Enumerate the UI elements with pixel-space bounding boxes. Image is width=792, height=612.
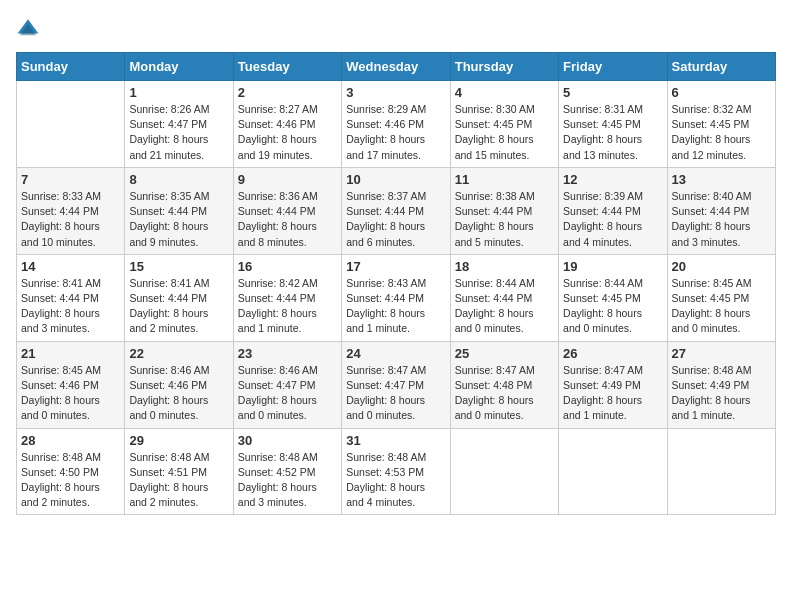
day-info: Sunrise: 8:48 AMSunset: 4:51 PMDaylight:…	[129, 450, 228, 511]
day-number: 20	[672, 259, 771, 274]
calendar-week-5: 28Sunrise: 8:48 AMSunset: 4:50 PMDayligh…	[17, 428, 776, 515]
page-header	[16, 16, 776, 40]
day-number: 13	[672, 172, 771, 187]
day-info: Sunrise: 8:48 AMSunset: 4:52 PMDaylight:…	[238, 450, 337, 511]
calendar-cell: 31Sunrise: 8:48 AMSunset: 4:53 PMDayligh…	[342, 428, 450, 515]
day-info: Sunrise: 8:30 AMSunset: 4:45 PMDaylight:…	[455, 102, 554, 163]
day-info: Sunrise: 8:38 AMSunset: 4:44 PMDaylight:…	[455, 189, 554, 250]
calendar-table: SundayMondayTuesdayWednesdayThursdayFrid…	[16, 52, 776, 515]
calendar-cell: 9Sunrise: 8:36 AMSunset: 4:44 PMDaylight…	[233, 167, 341, 254]
day-info: Sunrise: 8:32 AMSunset: 4:45 PMDaylight:…	[672, 102, 771, 163]
calendar-cell: 19Sunrise: 8:44 AMSunset: 4:45 PMDayligh…	[559, 254, 667, 341]
day-number: 10	[346, 172, 445, 187]
day-number: 6	[672, 85, 771, 100]
calendar-cell: 21Sunrise: 8:45 AMSunset: 4:46 PMDayligh…	[17, 341, 125, 428]
day-number: 28	[21, 433, 120, 448]
day-header-thursday: Thursday	[450, 53, 558, 81]
day-number: 1	[129, 85, 228, 100]
calendar-cell: 14Sunrise: 8:41 AMSunset: 4:44 PMDayligh…	[17, 254, 125, 341]
calendar-cell: 13Sunrise: 8:40 AMSunset: 4:44 PMDayligh…	[667, 167, 775, 254]
day-info: Sunrise: 8:46 AMSunset: 4:47 PMDaylight:…	[238, 363, 337, 424]
day-info: Sunrise: 8:27 AMSunset: 4:46 PMDaylight:…	[238, 102, 337, 163]
calendar-cell: 8Sunrise: 8:35 AMSunset: 4:44 PMDaylight…	[125, 167, 233, 254]
calendar-cell: 20Sunrise: 8:45 AMSunset: 4:45 PMDayligh…	[667, 254, 775, 341]
calendar-cell: 5Sunrise: 8:31 AMSunset: 4:45 PMDaylight…	[559, 81, 667, 168]
day-number: 2	[238, 85, 337, 100]
calendar-cell	[559, 428, 667, 515]
day-number: 17	[346, 259, 445, 274]
calendar-cell	[667, 428, 775, 515]
day-header-tuesday: Tuesday	[233, 53, 341, 81]
calendar-cell: 18Sunrise: 8:44 AMSunset: 4:44 PMDayligh…	[450, 254, 558, 341]
day-number: 14	[21, 259, 120, 274]
day-info: Sunrise: 8:36 AMSunset: 4:44 PMDaylight:…	[238, 189, 337, 250]
calendar-week-3: 14Sunrise: 8:41 AMSunset: 4:44 PMDayligh…	[17, 254, 776, 341]
calendar-cell: 15Sunrise: 8:41 AMSunset: 4:44 PMDayligh…	[125, 254, 233, 341]
day-info: Sunrise: 8:45 AMSunset: 4:45 PMDaylight:…	[672, 276, 771, 337]
calendar-week-1: 1Sunrise: 8:26 AMSunset: 4:47 PMDaylight…	[17, 81, 776, 168]
day-info: Sunrise: 8:37 AMSunset: 4:44 PMDaylight:…	[346, 189, 445, 250]
calendar-cell: 30Sunrise: 8:48 AMSunset: 4:52 PMDayligh…	[233, 428, 341, 515]
day-number: 26	[563, 346, 662, 361]
day-info: Sunrise: 8:47 AMSunset: 4:47 PMDaylight:…	[346, 363, 445, 424]
day-number: 16	[238, 259, 337, 274]
day-info: Sunrise: 8:26 AMSunset: 4:47 PMDaylight:…	[129, 102, 228, 163]
day-info: Sunrise: 8:42 AMSunset: 4:44 PMDaylight:…	[238, 276, 337, 337]
day-number: 15	[129, 259, 228, 274]
calendar-cell: 29Sunrise: 8:48 AMSunset: 4:51 PMDayligh…	[125, 428, 233, 515]
day-info: Sunrise: 8:48 AMSunset: 4:53 PMDaylight:…	[346, 450, 445, 511]
day-header-wednesday: Wednesday	[342, 53, 450, 81]
day-info: Sunrise: 8:46 AMSunset: 4:46 PMDaylight:…	[129, 363, 228, 424]
days-header-row: SundayMondayTuesdayWednesdayThursdayFrid…	[17, 53, 776, 81]
day-info: Sunrise: 8:41 AMSunset: 4:44 PMDaylight:…	[21, 276, 120, 337]
day-number: 12	[563, 172, 662, 187]
calendar-cell: 25Sunrise: 8:47 AMSunset: 4:48 PMDayligh…	[450, 341, 558, 428]
day-number: 18	[455, 259, 554, 274]
calendar-cell: 16Sunrise: 8:42 AMSunset: 4:44 PMDayligh…	[233, 254, 341, 341]
day-info: Sunrise: 8:33 AMSunset: 4:44 PMDaylight:…	[21, 189, 120, 250]
day-info: Sunrise: 8:47 AMSunset: 4:49 PMDaylight:…	[563, 363, 662, 424]
logo-icon	[16, 16, 40, 40]
calendar-cell	[450, 428, 558, 515]
day-info: Sunrise: 8:44 AMSunset: 4:45 PMDaylight:…	[563, 276, 662, 337]
calendar-cell: 23Sunrise: 8:46 AMSunset: 4:47 PMDayligh…	[233, 341, 341, 428]
day-info: Sunrise: 8:43 AMSunset: 4:44 PMDaylight:…	[346, 276, 445, 337]
day-info: Sunrise: 8:45 AMSunset: 4:46 PMDaylight:…	[21, 363, 120, 424]
calendar-cell: 24Sunrise: 8:47 AMSunset: 4:47 PMDayligh…	[342, 341, 450, 428]
day-info: Sunrise: 8:47 AMSunset: 4:48 PMDaylight:…	[455, 363, 554, 424]
calendar-body: 1Sunrise: 8:26 AMSunset: 4:47 PMDaylight…	[17, 81, 776, 515]
day-number: 30	[238, 433, 337, 448]
day-number: 27	[672, 346, 771, 361]
calendar-cell: 10Sunrise: 8:37 AMSunset: 4:44 PMDayligh…	[342, 167, 450, 254]
calendar-cell: 12Sunrise: 8:39 AMSunset: 4:44 PMDayligh…	[559, 167, 667, 254]
day-header-saturday: Saturday	[667, 53, 775, 81]
day-header-friday: Friday	[559, 53, 667, 81]
day-number: 21	[21, 346, 120, 361]
day-number: 3	[346, 85, 445, 100]
day-number: 23	[238, 346, 337, 361]
calendar-week-2: 7Sunrise: 8:33 AMSunset: 4:44 PMDaylight…	[17, 167, 776, 254]
day-info: Sunrise: 8:31 AMSunset: 4:45 PMDaylight:…	[563, 102, 662, 163]
calendar-cell: 4Sunrise: 8:30 AMSunset: 4:45 PMDaylight…	[450, 81, 558, 168]
calendar-cell: 17Sunrise: 8:43 AMSunset: 4:44 PMDayligh…	[342, 254, 450, 341]
day-number: 24	[346, 346, 445, 361]
day-info: Sunrise: 8:29 AMSunset: 4:46 PMDaylight:…	[346, 102, 445, 163]
day-info: Sunrise: 8:35 AMSunset: 4:44 PMDaylight:…	[129, 189, 228, 250]
calendar-cell: 7Sunrise: 8:33 AMSunset: 4:44 PMDaylight…	[17, 167, 125, 254]
calendar-cell: 27Sunrise: 8:48 AMSunset: 4:49 PMDayligh…	[667, 341, 775, 428]
day-info: Sunrise: 8:48 AMSunset: 4:50 PMDaylight:…	[21, 450, 120, 511]
day-number: 22	[129, 346, 228, 361]
day-number: 31	[346, 433, 445, 448]
day-number: 11	[455, 172, 554, 187]
day-number: 9	[238, 172, 337, 187]
calendar-cell: 2Sunrise: 8:27 AMSunset: 4:46 PMDaylight…	[233, 81, 341, 168]
day-info: Sunrise: 8:44 AMSunset: 4:44 PMDaylight:…	[455, 276, 554, 337]
day-info: Sunrise: 8:48 AMSunset: 4:49 PMDaylight:…	[672, 363, 771, 424]
calendar-cell: 6Sunrise: 8:32 AMSunset: 4:45 PMDaylight…	[667, 81, 775, 168]
day-number: 25	[455, 346, 554, 361]
day-number: 4	[455, 85, 554, 100]
calendar-cell: 22Sunrise: 8:46 AMSunset: 4:46 PMDayligh…	[125, 341, 233, 428]
day-number: 8	[129, 172, 228, 187]
calendar-cell: 28Sunrise: 8:48 AMSunset: 4:50 PMDayligh…	[17, 428, 125, 515]
day-info: Sunrise: 8:40 AMSunset: 4:44 PMDaylight:…	[672, 189, 771, 250]
